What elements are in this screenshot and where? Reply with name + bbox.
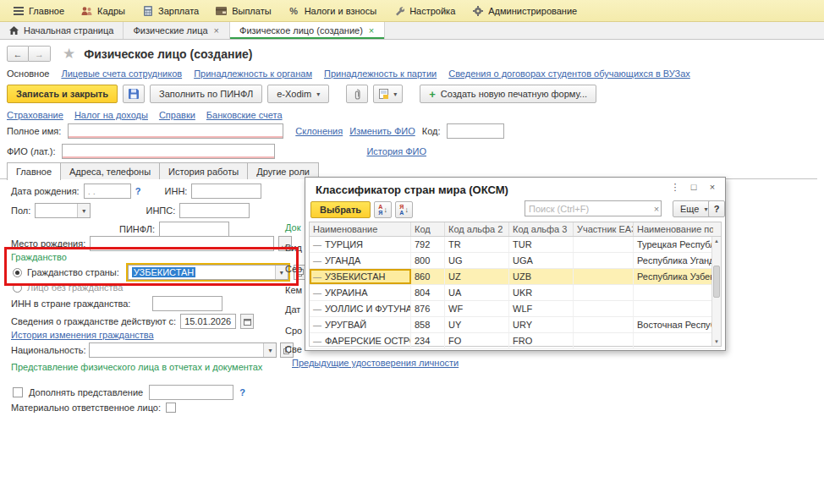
link-certificates[interactable]: Справки	[159, 110, 195, 120]
citizenship-country-radio[interactable]	[13, 268, 22, 277]
citizenship-country-label: Гражданство страны:	[27, 267, 119, 277]
search-box: ×	[525, 200, 662, 216]
form-tab-main[interactable]: Главное	[7, 162, 61, 180]
birth-place-input[interactable]	[90, 236, 274, 251]
fio-history-link[interactable]: История ФИО	[366, 146, 426, 156]
table-row[interactable]: —УКРАИНА 804 UA UKR	[310, 285, 721, 301]
code-input[interactable]	[447, 123, 504, 139]
menu-item-hr[interactable]: Кадры	[74, 3, 133, 19]
citizenship-country-select[interactable]: УЗБЕКИСТАН ▾	[128, 265, 288, 280]
chevron-down-icon[interactable]: ▾	[263, 343, 276, 357]
change-fio-link[interactable]: Изменить ФИО	[349, 126, 415, 136]
fio-lat-label: ФИО (лат.):	[7, 146, 55, 156]
exodim-button[interactable]: e-Xodim▾	[267, 85, 329, 103]
favorite-star-icon[interactable]: ★	[63, 45, 75, 63]
select-button[interactable]: Выбрать	[310, 201, 371, 218]
menu-item-admin[interactable]: Администрирование	[464, 3, 585, 19]
tab-home[interactable]: Начальная страница	[0, 22, 124, 39]
create-print-form-button[interactable]: + Создать новую печатную форму...	[420, 85, 596, 103]
gender-select[interactable]: ▾	[35, 203, 91, 218]
search-input[interactable]	[525, 202, 652, 216]
clear-search-icon[interactable]: ×	[652, 204, 661, 214]
append-help-icon[interactable]: ?	[239, 387, 245, 397]
attachments-button[interactable]	[346, 85, 368, 103]
full-name-row: Полное имя: Склонения Изменить ФИО Код:	[7, 123, 504, 139]
scroll-down-icon[interactable]: ▼	[712, 337, 721, 346]
sort-asc-button[interactable]: АЯ↓	[374, 201, 392, 218]
help-button[interactable]: ?	[708, 200, 725, 217]
save-close-button[interactable]: Записать и закрыть	[7, 85, 118, 103]
save-button[interactable]	[123, 85, 145, 103]
section-nav: Основное Лицевые счета сотрудников Прина…	[7, 68, 690, 79]
column-header-eaeu[interactable]: Участник ЕАЭС	[574, 222, 634, 236]
inn-foreign-input[interactable]	[152, 296, 222, 311]
main-menu: Главное Кадры Зарплата Выплаты % Налоги …	[0, 0, 824, 22]
stateless-radio[interactable]	[13, 283, 22, 293]
mol-checkbox[interactable]	[166, 403, 176, 413]
tab-individuals[interactable]: Физические лица ×	[124, 22, 230, 39]
maximize-icon[interactable]: □	[688, 182, 700, 193]
column-header-full-name[interactable]: Наименование пол...	[634, 222, 713, 236]
representation-link[interactable]: Представление физического лица в отчетах…	[11, 362, 262, 372]
back-button[interactable]: ←	[7, 46, 29, 62]
menu-item-label: Налоги и взносы	[305, 6, 377, 16]
menu-item-payments[interactable]: Выплаты	[208, 3, 278, 19]
table-row[interactable]: —УОЛЛИС И ФУТУНА 876 WF WLF	[310, 301, 721, 317]
list-item-icon: —	[313, 304, 321, 314]
declensions-link[interactable]: Склонения	[295, 126, 343, 136]
form-tab-addresses[interactable]: Адреса, телефоны	[60, 162, 160, 179]
table-row-selected[interactable]: —УЗБЕКИСТАН 860 UZ UZB Республика Узбеки…	[310, 269, 721, 285]
column-header-alpha3[interactable]: Код альфа 3	[509, 222, 574, 236]
covered-label-kem: Кем	[285, 285, 302, 295]
scroll-up-icon[interactable]: ▲	[712, 237, 721, 245]
link-insurance[interactable]: Страхование	[7, 110, 63, 120]
kebab-menu-icon[interactable]: ⋮	[669, 182, 681, 193]
table-row[interactable]: —ТУРЦИЯ 792 TR TUR Турецкая Республика	[310, 237, 721, 253]
close-tab-icon[interactable]: ×	[213, 25, 220, 36]
table-row[interactable]: —УГАНДА 800 UG UGA Республика Уганда	[310, 253, 721, 269]
sort-desc-button[interactable]: ЯА↓	[395, 201, 413, 218]
fill-pinfl-button[interactable]: Заполнить по ПИНФЛ	[150, 85, 262, 103]
nav-link-bodies[interactable]: Принадлежность к органам	[194, 68, 312, 79]
append-representation-input[interactable]	[149, 385, 233, 400]
form-tabs: Главное Адреса, телефоны История работы …	[7, 162, 318, 180]
nav-current-section[interactable]: Основное	[7, 68, 49, 79]
menu-item-settings[interactable]: Настройка	[386, 3, 463, 19]
column-header-alpha2[interactable]: Код альфа 2	[445, 222, 509, 236]
menu-item-main[interactable]: Главное	[5, 3, 72, 19]
table-row[interactable]: —ФАРЕРСКИЕ ОСТРО... 234 FO FRO	[310, 333, 721, 349]
menu-item-taxes[interactable]: % Налоги и взносы	[281, 3, 385, 19]
previous-ids-link[interactable]: Предыдущие удостоверения личности	[292, 358, 459, 368]
fio-lat-input[interactable]	[62, 144, 275, 159]
birth-date-help-icon[interactable]: ?	[135, 186, 141, 196]
nav-link-party[interactable]: Принадлежность к партии	[324, 68, 437, 79]
scrollbar-thumb[interactable]	[713, 266, 720, 298]
table-row[interactable]: —УРУГВАЙ 858 UY URY Восточная Республ...	[310, 317, 721, 333]
nav-link-students[interactable]: Сведения о договорах студентов обучающих…	[448, 68, 690, 79]
print-forms-button[interactable]: ▾	[373, 85, 403, 103]
table-scrollbar[interactable]: ▲ ▼	[711, 237, 721, 346]
menu-item-salary[interactable]: Зарплата	[135, 3, 206, 19]
inn-input[interactable]	[191, 184, 261, 199]
full-name-input[interactable]	[68, 123, 283, 139]
paperclip-icon	[353, 89, 361, 100]
valid-from-input[interactable]	[180, 314, 236, 329]
chevron-down-icon[interactable]: ▾	[77, 204, 90, 217]
citizenship-history-link[interactable]: История изменения гражданства	[11, 330, 154, 340]
calendar-button[interactable]	[240, 314, 254, 329]
column-header-name[interactable]: Наименование	[310, 222, 411, 236]
forward-button[interactable]: →	[29, 46, 51, 62]
column-header-code[interactable]: Код	[411, 222, 445, 236]
inps-input[interactable]	[179, 203, 250, 218]
form-tab-work-history[interactable]: История работы	[159, 162, 248, 179]
link-income-tax[interactable]: Налог на доходы	[74, 110, 148, 120]
link-bank-accounts[interactable]: Банковские счета	[206, 110, 283, 120]
birth-date-input[interactable]: . .	[84, 184, 131, 199]
tab-individual-create[interactable]: Физическое лицо (создание) ×	[230, 22, 385, 39]
nationality-select[interactable]: ▾	[89, 342, 277, 358]
close-icon[interactable]: ×	[706, 182, 718, 193]
pinfl-input[interactable]	[159, 222, 229, 237]
nav-link-accounts[interactable]: Лицевые счета сотрудников	[61, 68, 182, 79]
append-representation-checkbox[interactable]	[13, 387, 23, 397]
close-tab-icon[interactable]: ×	[368, 25, 375, 36]
